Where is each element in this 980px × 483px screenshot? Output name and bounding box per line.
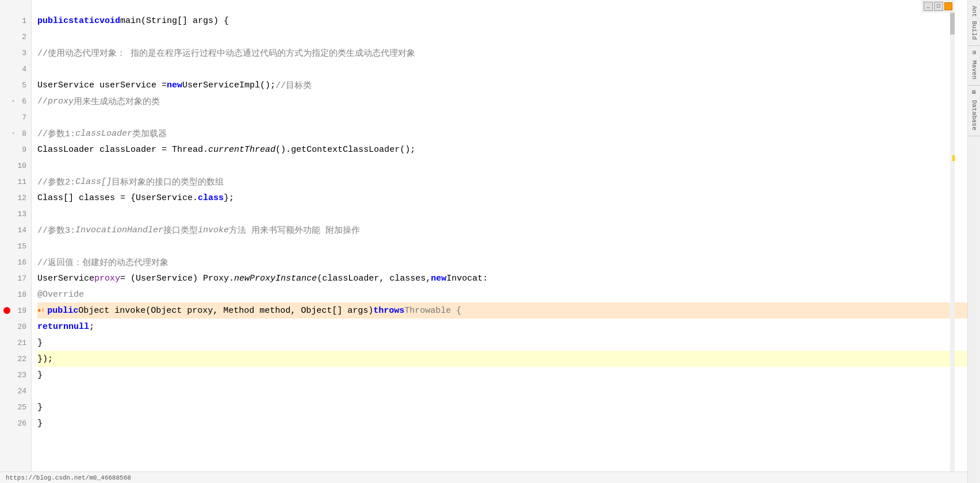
maven-icon-m: m — [970, 48, 979, 57]
maven-label[interactable]: Maven — [970, 57, 979, 83]
maven-section[interactable]: m Maven — [968, 46, 980, 86]
line-numbers: 1 2 3 4 5 6 7 8 9 10 11 12 13 14 15 16 1… — [0, 0, 32, 483]
line-num-26: 26 — [0, 415, 31, 431]
ant-build-section[interactable]: Ant Build — [968, 0, 980, 46]
code-line-12: Class[] classes = {UserService. class }; — [37, 190, 967, 206]
main-content: 1 2 3 4 5 6 7 8 9 10 11 12 13 14 15 16 1… — [0, 0, 967, 483]
token: proxy — [94, 274, 120, 283]
token: ClassLoader classLoader = Thread. — [37, 145, 208, 155]
token: UserService userService = — [37, 80, 167, 90]
token: proxy — [48, 97, 74, 106]
line-num-15: 15 — [0, 238, 31, 254]
code-line-3: //使用动态代理对象： 指的是在程序运行过程中动态通过代码的方式为指定的类生成动… — [37, 45, 967, 61]
status-bar: https://blog.csdn.net/m0_46688568 — [0, 471, 967, 483]
code-line-1: public static void main(String[] args) { — [37, 13, 967, 29]
token: = (UserService) Proxy. — [120, 274, 234, 283]
code-line-8: //参数1: classLoader 类加载器 — [37, 125, 967, 141]
token: newProxyInstance — [234, 274, 317, 283]
token: main(String[] args) { — [120, 16, 229, 26]
line-num-17: 17 — [0, 270, 31, 286]
restore-button[interactable]: □ — [934, 2, 943, 11]
debug-arrow: ●! — [37, 307, 45, 314]
code-line-7 — [37, 109, 967, 125]
line-num-1: 1 — [0, 13, 31, 29]
token: new — [167, 80, 182, 90]
token: @Override — [37, 290, 84, 300]
line-num-12: 12 — [0, 190, 31, 206]
token: new — [431, 274, 446, 283]
line-num-7: 7 — [0, 109, 31, 125]
token: Throwable { — [404, 306, 461, 316]
line-num-8: 8 — [0, 125, 31, 141]
line-num-14: 14 — [0, 222, 31, 238]
line-num-9: 9 — [0, 141, 31, 158]
token: UserServiceImpl(); — [182, 80, 275, 90]
token: public — [47, 306, 78, 316]
code-line-26: } — [37, 415, 967, 431]
token: //参数3: — [37, 225, 75, 236]
token: public — [37, 16, 68, 26]
code-line-14: //参数3: InvocationHandler 接口类型 invoke 方法 … — [37, 222, 967, 238]
code-lines[interactable]: public static void main(String[] args) {… — [32, 0, 967, 483]
line-num-22: 22 — [0, 351, 31, 367]
minimize-button[interactable]: _ — [924, 2, 933, 11]
token: static — [68, 16, 99, 26]
database-section[interactable]: ⊞ Database — [968, 86, 980, 136]
code-line-13 — [37, 206, 967, 222]
code-line-25: } — [37, 399, 967, 415]
code-line-16: //返回值：创建好的动态代理对象 — [37, 254, 967, 270]
token: (classLoader, classes, — [317, 274, 431, 283]
line-num-16: 16 — [0, 254, 31, 270]
code-line-22: }); — [37, 351, 967, 367]
line-num-4: 4 — [0, 61, 31, 77]
token: ().getContextClassLoader(); — [275, 145, 415, 155]
ant-build-label[interactable]: Ant Build — [970, 2, 979, 43]
line-num-19: 19 — [0, 302, 31, 319]
code-line-21: } — [37, 335, 967, 351]
line-num-3: 3 — [0, 45, 31, 61]
token: Invocat: — [446, 274, 488, 283]
scroll-marker — [952, 155, 955, 161]
token: }); — [37, 354, 53, 364]
scroll-track[interactable] — [950, 0, 955, 471]
token: 目标对象的接口的类型的数组 — [112, 177, 224, 187]
token: } — [37, 402, 43, 412]
code-line-15 — [37, 238, 967, 254]
token: 接口类型 — [163, 225, 198, 236]
token: invoke — [198, 225, 229, 235]
token: //参数1: — [37, 128, 75, 139]
token: void — [99, 16, 120, 26]
line-num-21: 21 — [0, 335, 31, 351]
token: classLoader — [75, 129, 132, 139]
code-line-20: return null ; — [37, 319, 967, 335]
token: Object invoke(Object proxy, Method metho… — [78, 306, 373, 316]
token: //返回值：创建好的动态代理对象 — [37, 257, 169, 268]
database-label[interactable]: Database — [970, 97, 979, 134]
token: } — [37, 419, 43, 428]
token: class — [198, 193, 224, 203]
code-line-18: @Override — [37, 286, 967, 302]
line-num-10: 10 — [0, 158, 31, 174]
code-line-4 — [37, 61, 967, 77]
token: //使用动态代理对象： 指的是在程序运行过程中动态通过代码的方式为指定的类生成动… — [37, 48, 415, 59]
line-num-25: 25 — [0, 399, 31, 415]
line-num-2: 2 — [0, 29, 31, 45]
token: } — [37, 370, 43, 380]
token: throws — [373, 306, 404, 316]
code-area: 1 2 3 4 5 6 7 8 9 10 11 12 13 14 15 16 1… — [0, 0, 967, 483]
line-num-23: 23 — [0, 367, 31, 383]
line-num-13: 13 — [0, 206, 31, 222]
token: ; — [89, 322, 94, 332]
line-num-24: 24 — [0, 383, 31, 399]
token: Class[] — [75, 177, 112, 187]
token: } — [37, 338, 43, 348]
line-num-6: 6 — [0, 93, 31, 109]
code-line-6: // proxy 用来生成动态对象的类 — [37, 93, 967, 109]
token: null — [68, 322, 89, 332]
code-line-11: //参数2: Class[] 目标对象的接口的类型的数组 — [37, 174, 967, 190]
code-line-9: ClassLoader classLoader = Thread. curren… — [37, 141, 967, 158]
database-icon: ⊞ — [969, 88, 979, 97]
orange-indicator — [944, 2, 952, 10]
token: UserService — [37, 274, 94, 283]
line-num-18: 18 — [0, 286, 31, 302]
